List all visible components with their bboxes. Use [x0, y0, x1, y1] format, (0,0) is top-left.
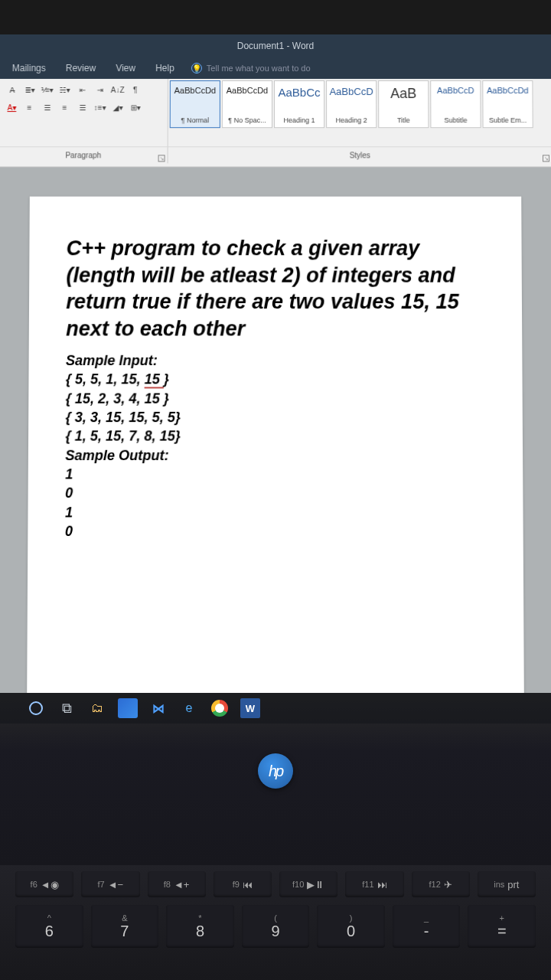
- paragraph-group: A̶ ≣▾ ⅟≡▾ ☵▾ ⇤ ⇥ A↓Z ¶ A▾ ≡ ☰ ≡ ☰ ↕≡▾ ◢▾: [0, 79, 168, 146]
- paragraph-label: Paragraph: [65, 151, 101, 159]
- sample-input-label[interactable]: Sample Input:: [66, 351, 487, 371]
- tab-view[interactable]: View: [106, 60, 145, 77]
- lightbulb-icon: 💡: [191, 63, 202, 74]
- align-right-button[interactable]: ≡: [57, 100, 72, 115]
- tab-mailings[interactable]: Mailings: [3, 60, 55, 77]
- windows-taskbar[interactable]: ⧉ 🗂 ⋈ e W: [0, 693, 551, 724]
- key-f10: f10▶⏸: [279, 871, 337, 897]
- key-=: +=: [468, 905, 536, 948]
- ribbon-toolbar: A̶ ≣▾ ⅟≡▾ ☵▾ ⇤ ⇥ A↓Z ¶ A▾ ≡ ☰ ≡ ☰ ↕≡▾ ◢▾: [0, 79, 551, 167]
- sort-button[interactable]: A↓Z: [110, 82, 126, 97]
- style---normal[interactable]: AaBbCcDd¶ Normal: [170, 80, 220, 128]
- style-subtle-em---[interactable]: AaBbCcDdSubtle Em...: [482, 80, 533, 128]
- shading-button[interactable]: ◢▾: [110, 100, 126, 115]
- borders-button[interactable]: ⊞▾: [128, 100, 143, 115]
- align-left-button[interactable]: ≡: [21, 100, 37, 115]
- style---no-spac---[interactable]: AaBbCcDd¶ No Spac...: [222, 80, 272, 128]
- input-line-1[interactable]: { 15, 2, 3, 4, 15 }: [66, 389, 487, 408]
- document-canvas[interactable]: C++ program to check a given array (leng…: [0, 167, 551, 697]
- output-line-0[interactable]: 1: [65, 465, 487, 484]
- paragraph-dialog-launcher[interactable]: ↘: [158, 155, 165, 162]
- input-line-0[interactable]: { 5, 5, 1, 15, 15 }: [66, 371, 487, 390]
- doc-heading[interactable]: C++ program to check a given array (leng…: [66, 235, 487, 342]
- hp-logo: hp: [258, 753, 293, 789]
- key-f9: f9⏮: [214, 871, 272, 897]
- clear-formatting-button[interactable]: A̶: [4, 82, 19, 97]
- file-explorer-icon[interactable]: 🗂: [86, 697, 109, 720]
- align-center-button[interactable]: ☰: [39, 100, 54, 115]
- tell-me-search[interactable]: Tell me what you want to do: [207, 64, 311, 73]
- multilevel-list-button[interactable]: ☵▾: [57, 82, 73, 97]
- key-9: (9: [242, 905, 310, 948]
- edge-icon[interactable]: e: [178, 697, 201, 720]
- window-title: Document1 - Word: [0, 34, 551, 57]
- task-view-icon[interactable]: ⧉: [55, 697, 78, 720]
- styles-gallery[interactable]: AaBbCcDd¶ NormalAaBbCcDd¶ No Spac...AaBb…: [168, 79, 551, 146]
- laptop-keyboard: f6◄◉f7◄−f8◄+f9⏮f10▶⏸f11⏭f12✈insprt ^6&7*…: [0, 865, 551, 980]
- key-ins: insprt: [478, 871, 536, 897]
- styles-label: Styles: [350, 151, 370, 159]
- paragraph-group-label: Paragraph ↘: [0, 147, 168, 163]
- chrome-icon[interactable]: [208, 697, 231, 720]
- tab-review[interactable]: Review: [57, 60, 106, 77]
- tab-help[interactable]: Help: [146, 60, 184, 77]
- key-f11: f11⏭: [345, 871, 403, 897]
- key-7: &7: [91, 905, 159, 948]
- output-line-3[interactable]: 0: [65, 521, 487, 541]
- numbering-button[interactable]: ⅟≡▾: [40, 82, 55, 97]
- key-f8: f8◄+: [148, 871, 206, 897]
- visual-studio-icon[interactable]: ⋈: [147, 697, 170, 720]
- word-icon[interactable]: W: [239, 697, 262, 720]
- key-f7: f7◄−: [81, 871, 139, 897]
- line-spacing-button[interactable]: ↕≡▾: [93, 100, 108, 115]
- key-6: ^6: [15, 905, 83, 948]
- styles-group-label: Styles ↘: [168, 147, 551, 163]
- font-color-button[interactable]: A▾: [4, 100, 19, 115]
- key-8: *8: [166, 905, 234, 948]
- styles-dialog-launcher[interactable]: ↘: [543, 155, 549, 162]
- decrease-indent-button[interactable]: ⇤: [75, 82, 90, 97]
- ribbon-tabs: Mailings Review View Help 💡 Tell me what…: [0, 57, 551, 79]
- photos-app-icon[interactable]: [116, 697, 139, 720]
- increase-indent-button[interactable]: ⇥: [93, 82, 108, 97]
- cortana-icon[interactable]: [24, 697, 47, 720]
- input-line-3[interactable]: { 1, 5, 15, 7, 8, 15}: [65, 427, 487, 446]
- key-f12: f12✈: [412, 871, 470, 897]
- key--: _-: [393, 905, 461, 948]
- style-title[interactable]: AaBTitle: [378, 80, 429, 128]
- output-line-2[interactable]: 1: [65, 503, 487, 522]
- style-heading-2[interactable]: AaBbCcDHeading 2: [326, 80, 377, 128]
- style-subtitle[interactable]: AaBbCcDSubtitle: [430, 80, 481, 128]
- sample-output-label[interactable]: Sample Output:: [65, 446, 487, 465]
- output-line-1[interactable]: 0: [65, 484, 487, 503]
- input-line-2[interactable]: { 3, 3, 15, 15, 5, 5}: [66, 408, 487, 427]
- key-0: )0: [317, 905, 385, 948]
- bullets-button[interactable]: ≣▾: [22, 82, 37, 97]
- justify-button[interactable]: ☰: [75, 100, 90, 115]
- document-page[interactable]: C++ program to check a given array (leng…: [27, 197, 524, 697]
- show-marks-button[interactable]: ¶: [128, 82, 143, 97]
- key-f6: f6◄◉: [15, 871, 73, 897]
- style-heading-1[interactable]: AaBbCcHeading 1: [274, 80, 324, 128]
